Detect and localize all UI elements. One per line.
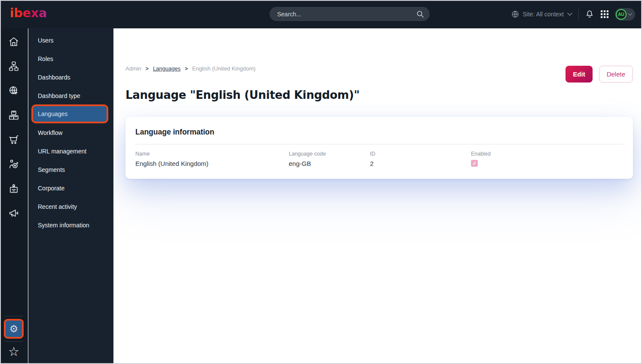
site-context-selector[interactable]: Site: All context <box>511 10 572 18</box>
rail-divider <box>4 341 23 342</box>
audience-target-icon[interactable] <box>8 158 20 170</box>
delete-button[interactable]: Delete <box>599 66 633 83</box>
topbar-divider <box>578 9 579 19</box>
search-input[interactable] <box>269 11 416 18</box>
sidebar-item-dashboard-type[interactable]: Dashboard type <box>28 86 113 105</box>
home-icon[interactable] <box>8 36 20 48</box>
user-avatar: AU <box>616 9 627 20</box>
globe-cursor-icon[interactable] <box>8 85 20 97</box>
bookmarks-star-icon[interactable]: ☆ <box>8 346 19 358</box>
settings-gear-button[interactable]: ⚙ <box>6 321 22 337</box>
sidebar-item-url-management[interactable]: URL management <box>28 142 113 160</box>
chevron-down-icon <box>567 12 572 16</box>
notifications-bell-icon[interactable] <box>585 9 594 19</box>
breadcrumb-current: English (United Kingdom) <box>192 65 255 72</box>
language-information-card: Language information Name English (Unite… <box>125 117 633 179</box>
sidebar-item-system-information[interactable]: System information <box>28 216 113 234</box>
ibexa-logo[interactable]: ibexa <box>10 6 47 20</box>
chevron-down-icon <box>628 13 632 16</box>
id-badge-icon[interactable] <box>8 183 20 195</box>
topbar: ibexa Site: All context <box>0 0 642 28</box>
packages-icon[interactable] <box>8 109 20 121</box>
sitemap-icon[interactable] <box>8 60 20 72</box>
card-divider <box>135 144 623 144</box>
globe-icon <box>511 10 519 18</box>
field-language-code-value: eng-GB <box>289 160 370 167</box>
breadcrumb: Admin > Languages > English (United King… <box>125 65 256 72</box>
rail-divider <box>4 316 23 316</box>
enabled-checkbox[interactable]: ✓ <box>471 160 478 167</box>
breadcrumb-separator: > <box>146 66 149 72</box>
topbar-right-cluster: Site: All context AU <box>511 0 635 28</box>
sidebar-item-roles[interactable]: Roles <box>28 49 113 68</box>
sidebar-item-segments[interactable]: Segments <box>28 160 113 179</box>
edit-button[interactable]: Edit <box>566 66 592 83</box>
site-context-label: Site: All context <box>523 11 564 18</box>
breadcrumb-separator: > <box>185 66 188 72</box>
global-search <box>269 7 430 21</box>
breadcrumb-languages-link[interactable]: Languages <box>153 65 180 72</box>
app-grid-icon[interactable] <box>600 10 609 18</box>
megaphone-icon[interactable] <box>8 207 20 219</box>
cart-icon[interactable] <box>8 134 20 146</box>
sidebar-item-dashboards[interactable]: Dashboards <box>28 68 113 86</box>
main-content: Admin > Languages > English (United King… <box>113 28 642 364</box>
card-title: Language information <box>135 128 623 137</box>
field-enabled: Enabled ✓ <box>471 151 623 167</box>
card-area: Language information Name English (Unite… <box>125 117 642 179</box>
field-name-value: English (United Kingdom) <box>135 160 289 167</box>
field-language-code: Language code eng-GB <box>289 151 370 167</box>
search-icon[interactable] <box>416 10 424 18</box>
sidebar-item-corporate[interactable]: Corporate <box>28 179 113 197</box>
field-id: ID 2 <box>370 151 471 167</box>
user-menu[interactable]: AU <box>615 8 635 21</box>
sidebar-item-recent-activity[interactable]: Recent activity <box>28 197 113 216</box>
admin-sidebar: Users Roles Dashboards Dashboard type La… <box>28 28 113 364</box>
page-actions: Edit Delete <box>566 66 633 83</box>
sidebar-item-languages[interactable]: Languages <box>33 106 107 122</box>
sidebar-item-users[interactable]: Users <box>28 31 113 49</box>
field-name: Name English (United Kingdom) <box>135 151 289 167</box>
main-nav-rail: ⚙ ☆ <box>0 28 28 364</box>
sidebar-item-workflow[interactable]: Workflow <box>28 123 113 142</box>
page-title: Language "English (United Kingdom)" <box>125 89 360 101</box>
breadcrumb-admin: Admin <box>125 65 141 72</box>
settings-gear-icon: ⚙ <box>9 323 18 335</box>
field-id-value: 2 <box>370 160 471 167</box>
